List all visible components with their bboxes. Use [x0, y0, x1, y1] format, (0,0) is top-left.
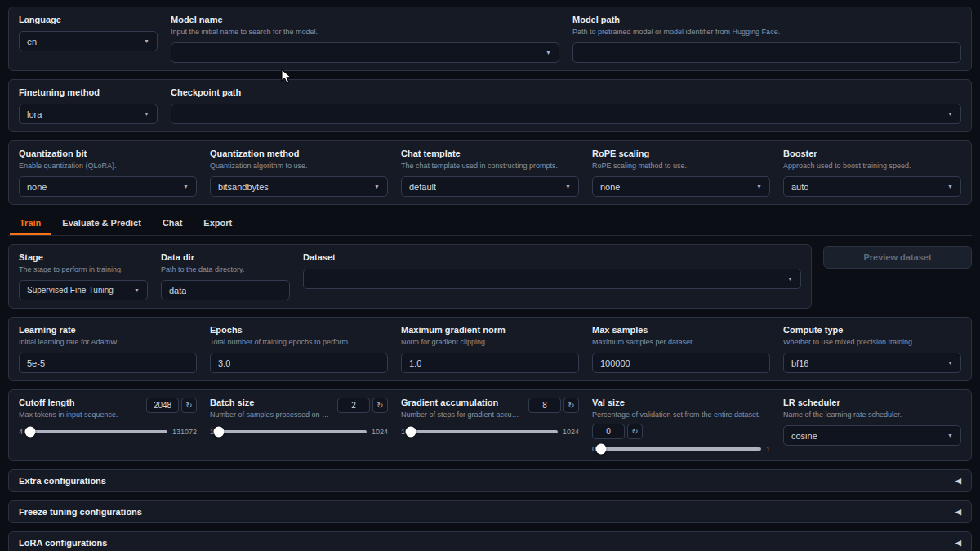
slider-handle[interactable]	[24, 427, 35, 438]
chevron-down-icon: ▼	[546, 50, 551, 56]
stage-info: The stage to perform in training.	[19, 265, 148, 274]
checkpoint-path-dropdown[interactable]: ▼	[171, 104, 961, 124]
epochs-info: Total number of training epochs to perfo…	[210, 338, 388, 347]
lr-scheduler-dropdown[interactable]: cosine ▼	[783, 425, 961, 446]
quantization-bit-info: Enable quantization (QLoRA).	[19, 162, 197, 171]
advanced-config-panel: Quantization bit Enable quantization (QL…	[8, 140, 972, 205]
model-name-info: Input the initial name to search for the…	[171, 28, 559, 37]
model-path-field: Model path Path to pretrained model or m…	[572, 15, 961, 63]
chevron-down-icon: ▼	[144, 38, 149, 44]
val-size-slider[interactable]	[601, 447, 761, 451]
reset-icon[interactable]: ↻	[564, 398, 579, 413]
booster-field: Booster Approach used to boost training …	[783, 149, 961, 197]
finetuning-method-dropdown[interactable]: lora ▼	[19, 104, 158, 124]
max-grad-norm-value: 1.0	[409, 358, 421, 368]
cutoff-length-number-input[interactable]: 2048	[146, 398, 179, 413]
quantization-bit-dropdown[interactable]: none ▼	[19, 176, 197, 197]
rope-scaling-info: RoPE scaling method to use.	[592, 162, 770, 171]
slider-handle[interactable]	[596, 444, 607, 455]
val-size-info: Percentage of validation set from the en…	[592, 411, 770, 420]
quantization-method-dropdown[interactable]: bitsandbytes ▼	[210, 176, 388, 197]
chevron-down-icon: ▼	[947, 111, 953, 117]
compute-type-value: bf16	[791, 358, 808, 368]
checkpoint-path-label: Checkpoint path	[171, 87, 961, 98]
tab-chat[interactable]: Chat	[153, 213, 192, 235]
language-dropdown[interactable]: en ▼	[19, 31, 158, 51]
preview-dataset-button[interactable]: Preview dataset	[823, 246, 972, 269]
lr-scheduler-field: LR scheduler Name of the learning rate s…	[783, 398, 961, 453]
tab-train[interactable]: Train	[10, 213, 51, 235]
chevron-down-icon: ▼	[947, 433, 953, 438]
model-name-label: Model name	[171, 15, 559, 25]
reset-icon[interactable]: ↻	[372, 398, 388, 413]
slider-handle[interactable]	[214, 427, 225, 438]
stage-field: Stage The stage to perform in training. …	[19, 252, 148, 300]
accordion-extra-configurations[interactable]: Extra configurations ◀	[8, 469, 972, 492]
gradient-accumulation-number-input[interactable]: 8	[528, 398, 561, 413]
chevron-down-icon: ▼	[374, 184, 380, 189]
val-size-label: Val size	[592, 398, 770, 408]
max-grad-norm-label: Maximum gradient norm	[401, 325, 579, 335]
accordion-label: LoRA configurations	[19, 538, 107, 548]
learning-rate-field: Learning rate Initial learning rate for …	[19, 325, 197, 373]
chat-template-dropdown[interactable]: default ▼	[401, 176, 579, 197]
rope-scaling-dropdown[interactable]: none ▼	[592, 176, 770, 197]
model-path-label: Model path	[572, 15, 961, 25]
chevron-down-icon: ▼	[787, 276, 793, 282]
model-path-input[interactable]	[572, 42, 961, 63]
chevron-down-icon: ▼	[134, 287, 140, 293]
reset-icon[interactable]: ↻	[627, 424, 643, 439]
epochs-input[interactable]: 3.0	[210, 353, 388, 373]
gradient-accumulation-field: Gradient accumulation Number of steps fo…	[401, 398, 579, 453]
booster-dropdown[interactable]: auto ▼	[783, 176, 961, 197]
epochs-value: 3.0	[218, 358, 230, 368]
gradient-accumulation-slider[interactable]	[410, 430, 558, 433]
batch-size-label: Batch size	[210, 398, 331, 408]
tab-evaluate-predict[interactable]: Evaluate & Predict	[52, 213, 151, 235]
data-dir-label: Data dir	[161, 252, 290, 263]
dataset-label: Dataset	[303, 252, 801, 263]
compute-type-dropdown[interactable]: bf16 ▼	[783, 353, 961, 373]
chevron-down-icon: ▼	[947, 184, 953, 189]
learning-rate-input[interactable]: 5e-5	[19, 353, 197, 373]
max-samples-field: Max samples Maximum samples per dataset.…	[592, 325, 770, 373]
max-grad-norm-info: Norm for gradient clipping.	[401, 338, 579, 347]
accordion-lora-configurations[interactable]: LoRA configurations ◀	[8, 531, 972, 551]
quantization-method-value: bitsandbytes	[218, 182, 269, 192]
model-path-info: Path to pretrained model or model identi…	[572, 28, 961, 37]
max-samples-input[interactable]: 100000	[592, 353, 770, 373]
quantization-bit-value: none	[27, 182, 47, 192]
data-dir-input[interactable]: data	[161, 280, 290, 300]
accordion-label: Freeze tuning configurations	[19, 507, 142, 517]
learning-rate-value: 5e-5	[27, 358, 45, 368]
booster-label: Booster	[783, 149, 961, 159]
accordion-collapsed-icon: ◀	[956, 539, 961, 547]
accordion-freeze-tuning-configurations[interactable]: Freeze tuning configurations ◀	[8, 500, 972, 523]
chevron-down-icon: ▼	[947, 360, 953, 366]
dataset-dropdown[interactable]: ▼	[303, 269, 801, 289]
stage-dropdown[interactable]: Supervised Fine-Tuning ▼	[19, 280, 148, 300]
slider-max-label: 1024	[563, 428, 579, 436]
chat-template-field: Chat template The chat template used in …	[401, 149, 579, 197]
model-name-field: Model name Input the initial name to sea…	[171, 15, 559, 63]
data-dir-info: Path to the data directory.	[161, 265, 290, 274]
booster-info: Approach used to boost training speed.	[783, 162, 961, 171]
language-value: en	[27, 37, 37, 47]
slider-handle[interactable]	[406, 427, 416, 438]
model-name-dropdown[interactable]: ▼	[171, 42, 559, 63]
batch-size-number-input[interactable]: 2	[337, 398, 370, 413]
val-size-number-input[interactable]: 0	[592, 424, 625, 439]
tab-export[interactable]: Export	[194, 213, 242, 235]
max-grad-norm-input[interactable]: 1.0	[401, 353, 579, 373]
learning-rate-info: Initial learning rate for AdamW.	[19, 338, 197, 347]
cutoff-length-field: Cutoff length Max tokens in input sequen…	[19, 398, 197, 453]
finetuning-method-field: Finetuning method lora ▼	[19, 87, 158, 124]
rope-scaling-value: none	[600, 182, 620, 192]
quantization-method-label: Quantization method	[210, 149, 388, 159]
reset-icon[interactable]: ↻	[181, 398, 197, 413]
cutoff-length-slider[interactable]	[28, 430, 167, 433]
finetuning-panel: Finetuning method lora ▼ Checkpoint path…	[8, 79, 972, 132]
slider-min-label: 1	[401, 428, 405, 436]
compute-type-label: Compute type	[783, 325, 961, 335]
batch-size-slider[interactable]	[219, 430, 367, 433]
